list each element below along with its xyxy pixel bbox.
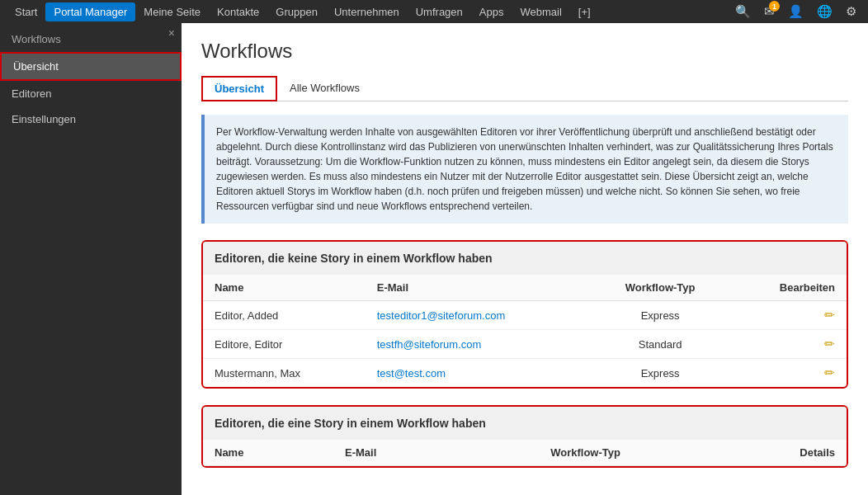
nav-item-webmail[interactable]: Webmail [512,2,569,21]
nav-item-unternehmen[interactable]: Unternehmen [326,2,408,21]
workflow-type: Standard [591,330,729,359]
sidebar-item-editoren[interactable]: Editoren [0,81,182,106]
editor-name: Editor, Added [203,301,366,330]
sidebar-item-übersicht[interactable]: Übersicht [0,52,182,81]
col-header-details: Details [701,440,847,466]
layout: × Workflows ÜbersichtEditorenEinstellung… [0,23,868,495]
col-header-workflow-typ: Workflow-Typ [469,440,701,466]
col-header-name: Name [203,275,366,301]
section-no-story-title: Editoren, die keine Story in einem Workf… [203,242,847,275]
section-with-story-title: Editoren, die eine Story in einem Workfl… [203,407,847,440]
edit-icon[interactable]: ✏ [824,365,835,380]
notification-icon[interactable]: ✉ 1 [759,2,780,21]
editor-name: Editore, Editor [203,330,366,359]
edit-icon[interactable]: ✏ [824,337,835,351]
table-row: Mustermann, Maxtest@test.comExpress✏ [203,359,847,388]
section-with-story: Editoren, die eine Story in einem Workfl… [201,405,848,468]
table-row: Editor, Addedtesteditor1@siteforum.comEx… [203,301,847,330]
sidebar-title: Workflows [0,23,182,52]
workflow-type: Express [591,359,729,388]
top-navigation: StartPortal ManagerMeine SeiteKontakteGr… [0,0,868,23]
no-story-table: NameE-MailWorkflow-TypBearbeiten Editor,… [203,275,847,387]
edit-cell: ✏ [729,301,847,330]
nav-item-portal-manager[interactable]: Portal Manager [45,2,135,21]
table-row: Editore, Editortestfh@siteforum.comStand… [203,330,847,359]
nav-item-kontakte[interactable]: Kontakte [209,2,267,21]
tab-alle-workflows[interactable]: Alle Workflows [277,76,372,101]
notification-badge: 1 [769,1,780,12]
with-story-table: NameE-MailWorkflow-TypDetails [203,440,847,466]
tabs: ÜbersichtAlle Workflows [201,76,848,101]
tab-übersicht[interactable]: Übersicht [201,76,277,101]
nav-item-[+][interactable]: [+] [570,2,599,21]
col-header-e-mail: E-Mail [333,440,469,466]
nav-item-apps[interactable]: Apps [471,2,512,21]
page-title: Workflows [201,40,848,63]
col-header-workflow-typ: Workflow-Typ [591,275,729,301]
nav-item-gruppen[interactable]: Gruppen [267,2,326,21]
main-content: Workflows ÜbersichtAlle Workflows Per Wo… [182,23,868,495]
sidebar-item-einstellungen[interactable]: Einstellungen [0,106,182,132]
section-no-story: Editoren, die keine Story in einem Workf… [201,240,848,389]
nav-item-start[interactable]: Start [7,2,45,21]
search-icon[interactable]: 🔍 [730,2,756,21]
edit-icon[interactable]: ✏ [824,308,835,322]
col-header-e-mail: E-Mail [366,275,591,301]
settings-icon[interactable]: ⚙ [841,2,861,21]
editor-email[interactable]: testfh@siteforum.com [377,338,482,351]
info-box: Per Workflow-Verwaltung werden Inhalte v… [201,115,848,224]
top-nav-right: 🔍 ✉ 1 👤 🌐 ⚙ [730,2,861,21]
col-header-bearbeiten: Bearbeiten [729,275,847,301]
edit-cell: ✏ [729,330,847,359]
globe-icon[interactable]: 🌐 [812,2,837,21]
nav-item-umfragen[interactable]: Umfragen [408,2,471,21]
nav-item-meine-seite[interactable]: Meine Seite [135,2,209,21]
edit-cell: ✏ [729,359,847,388]
editor-name: Mustermann, Max [203,359,366,388]
workflow-type: Express [591,301,729,330]
editor-email[interactable]: test@test.com [377,367,446,380]
sidebar: × Workflows ÜbersichtEditorenEinstellung… [0,23,182,495]
user-icon[interactable]: 👤 [783,2,809,21]
editor-email[interactable]: testeditor1@siteforum.com [377,309,506,322]
col-header-name: Name [203,440,333,466]
sidebar-close-button[interactable]: × [168,26,175,40]
